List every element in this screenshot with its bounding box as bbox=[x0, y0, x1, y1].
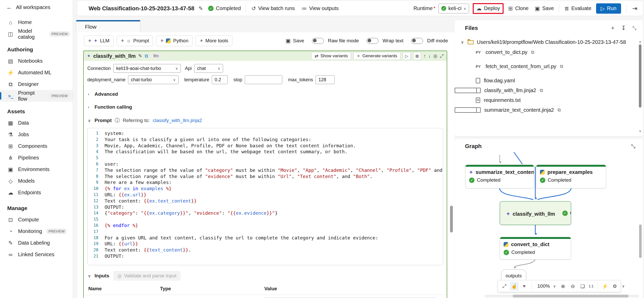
code-line[interactable]: 6user: bbox=[88, 161, 443, 167]
section-prompt[interactable]: ∨ Prompt ⓘ Referring to: classify_with_l… bbox=[84, 114, 447, 127]
section-function-calling[interactable]: › Function calling bbox=[84, 101, 447, 114]
sidebar-item[interactable]: ▣ Environments bbox=[0, 164, 73, 175]
graph-toolbar-icon[interactable] bbox=[531, 282, 532, 290]
graph-toolbar-icon[interactable]: 1:1 bbox=[588, 282, 594, 291]
sidebar-item[interactable]: ⊡ Compute bbox=[0, 214, 73, 225]
add-prompt-button[interactable]: + ☼ Prompt bbox=[117, 36, 153, 46]
code-line[interactable]: 9Here are a few examples: bbox=[88, 179, 443, 186]
temperature-input[interactable]: 0.2 bbox=[212, 75, 228, 84]
copy-node-icon[interactable]: ⧉ bbox=[145, 53, 148, 59]
code-line[interactable]: 4The classification will be based on the… bbox=[88, 149, 443, 155]
sidebar-item[interactable]: ✎ Data Labeling bbox=[0, 237, 73, 249]
graph-toolbar-icon[interactable]: ⚡ bbox=[601, 282, 609, 291]
file-row[interactable]: requirements.txt bbox=[455, 93, 643, 107]
files-scrollbar-thumb[interactable] bbox=[639, 44, 641, 108]
run-node-button[interactable]: ▷ bbox=[403, 52, 411, 60]
sidebar-item[interactable]: ☁ Endpoints bbox=[0, 187, 73, 198]
graph-toolbar-icon[interactable]: ⤢ bbox=[500, 282, 509, 291]
graph-toolbar-icon[interactable]: ⊕ bbox=[559, 282, 567, 291]
run-button[interactable]: ▷ Run bbox=[596, 3, 621, 14]
runtime-dropdown[interactable]: ✓ keli-ci ∨ bbox=[438, 4, 469, 13]
file-row[interactable]: classify_with_llm.jinja2 ⧉ bbox=[455, 88, 477, 93]
diff-mode-toggle[interactable] bbox=[411, 38, 423, 44]
evaluate-button[interactable]: ≣ Evaluate bbox=[564, 5, 591, 12]
graph-toolbar-icon[interactable]: ❏ bbox=[578, 282, 587, 291]
code-line[interactable]: 13OUTPUT: bbox=[88, 204, 443, 210]
sidebar-item[interactable]: ◫ Model catalog PREVIEW bbox=[0, 28, 73, 40]
graph-horizontal-scrollbar-thumb[interactable] bbox=[513, 295, 629, 297]
add-file-icon[interactable]: + bbox=[611, 25, 614, 31]
clone-button[interactable]: ⊞ Clone bbox=[508, 5, 529, 12]
graph-toolbar-icon[interactable]: 100% bbox=[535, 283, 550, 289]
prompt-file-link[interactable]: classify_with_llm.jinja2 bbox=[153, 118, 202, 123]
code-line[interactable]: 14{"category": "{{ex.category}}", "evide… bbox=[88, 210, 443, 216]
code-line[interactable]: 16{% endfor %} bbox=[88, 222, 443, 229]
code-line[interactable]: 5 bbox=[88, 155, 443, 161]
add-python-button[interactable]: + Python bbox=[156, 36, 192, 46]
sidebar-item[interactable]: Authoring bbox=[0, 40, 73, 55]
more-tools-button[interactable]: + More tools bbox=[196, 36, 232, 46]
code-line[interactable]: 3Movie, App, Academic, Channel, Profile,… bbox=[88, 143, 443, 149]
collapse-files-icon[interactable]: ⤡ bbox=[633, 26, 636, 31]
code-line[interactable]: 12Text content: {{ex.text_content}} bbox=[88, 198, 443, 204]
sidebar-item[interactable]: ∞ Linked Services bbox=[0, 249, 73, 260]
sidebar-item[interactable]: Assets bbox=[0, 102, 73, 117]
code-line[interactable]: 2Your task is to classify a given url in… bbox=[88, 136, 443, 143]
files-scrollbar[interactable]: ▲ ▼ bbox=[638, 40, 642, 133]
sidebar-item[interactable]: ◔ Monitoring PREVIEW bbox=[0, 225, 73, 237]
edit-title-icon[interactable]: ✎ bbox=[198, 5, 203, 12]
view-batch-runs-button[interactable]: ↺ View batch runs bbox=[251, 5, 295, 12]
edit-node-icon[interactable]: ✎ bbox=[138, 53, 142, 59]
graph-toolbar-icon[interactable] bbox=[597, 282, 598, 290]
sidebar-item[interactable]: ⌂ Home bbox=[0, 17, 73, 28]
file-row[interactable]: flow.dag.yaml bbox=[455, 74, 643, 88]
add-llm-button[interactable]: + ✦ LLM bbox=[84, 36, 114, 46]
sidebar-item[interactable]: ⚗ Jobs bbox=[0, 129, 73, 140]
collapse-panel-icon[interactable]: ⇥ bbox=[632, 5, 637, 12]
code-line[interactable]: 18For a given URL and text content, clas… bbox=[88, 235, 443, 241]
file-row[interactable]: PY fetch_text_content_from_url.py ⧉ bbox=[455, 59, 643, 74]
delete-node-button[interactable]: ⊠ bbox=[413, 52, 421, 60]
scroll-down-icon[interactable]: ▼ bbox=[638, 130, 642, 133]
graph-canvas[interactable]: ✦ summarize_text_content ✓ Completed pre… bbox=[455, 139, 643, 298]
deployment-name-select[interactable]: chat-turbo∨ bbox=[128, 75, 179, 84]
graph-node-convert-to-dict[interactable]: convert_to_dict ✓ Completed bbox=[500, 237, 571, 260]
code-line[interactable]: 10{% for ex in examples %} bbox=[88, 186, 443, 192]
show-variants-button[interactable]: ⇄ Show variants bbox=[311, 52, 351, 60]
file-row[interactable]: PY convert_to_dict.py ⧉ bbox=[455, 45, 643, 59]
sidebar-item[interactable]: ⧉ Designer bbox=[0, 78, 73, 90]
graph-toolbar-icon[interactable]: ∨ bbox=[552, 282, 558, 291]
sidebar-item[interactable]: ⚡ Automated ML bbox=[0, 67, 73, 78]
graph-node-summarize-text-content[interactable]: ✦ summarize_text_content ✓ Completed bbox=[465, 165, 534, 188]
all-workspaces-link[interactable]: ← All workspaces bbox=[0, 0, 73, 14]
code-line[interactable]: 15 bbox=[88, 216, 443, 222]
code-line[interactable]: 20Text content: {{text_content}}. bbox=[88, 247, 443, 253]
sidebar-item[interactable]: ▦ Data bbox=[0, 117, 73, 129]
generate-variants-button[interactable]: ✧ Generate variants bbox=[353, 52, 400, 60]
raw-file-mode-toggle[interactable] bbox=[312, 38, 324, 44]
code-line[interactable]: 7The selection range of the value of "ca… bbox=[88, 167, 443, 173]
expand-node-icon[interactable]: ⤢ bbox=[440, 53, 444, 59]
files-tree-root[interactable]: ∨ Users/keli19/promptflow/Web Classifica… bbox=[455, 36, 643, 45]
flow-save-button[interactable]: ▣ Save bbox=[286, 38, 304, 44]
graph-horizontal-scrollbar[interactable] bbox=[484, 295, 639, 297]
section-inputs[interactable]: ∨ Inputs bbox=[88, 273, 109, 279]
graph-vertical-scrollbar-thumb[interactable] bbox=[639, 224, 642, 258]
graph-node-classify-with-llm[interactable]: ✦ classify_with_llm ✓ Completed bbox=[500, 201, 571, 225]
graph-node-prepare-examples[interactable]: prepare_examples ✓ Completed bbox=[536, 165, 606, 188]
move-down-icon[interactable]: ↓ bbox=[428, 53, 431, 59]
graph-toolbar-icon[interactable]: ⊖ bbox=[569, 282, 577, 291]
sidebar-item[interactable]: ⋔ Pipelines bbox=[0, 152, 73, 164]
connection-select[interactable]: keli19-aoai-chat-turbo∨ bbox=[113, 64, 181, 73]
code-line[interactable]: 17 bbox=[88, 229, 443, 235]
locate-node-icon[interactable]: ◎ bbox=[433, 53, 437, 59]
wrap-text-toggle[interactable] bbox=[367, 38, 378, 44]
graph-toolbar-icon[interactable]: ☝ bbox=[510, 282, 519, 291]
sidebar-item[interactable]: ◇ Models bbox=[0, 175, 73, 187]
code-line[interactable]: 11URL: {{ex.url}} bbox=[88, 192, 443, 198]
code-line[interactable]: 8The selection range of the value of "ev… bbox=[88, 173, 443, 180]
section-advanced[interactable]: › Advanced bbox=[84, 88, 447, 101]
graph-toolbar-icon[interactable]: ∨ bbox=[620, 282, 626, 291]
sidebar-item[interactable]: >_ Prompt flow PREVIEW bbox=[0, 90, 73, 102]
deploy-button[interactable]: ☁ Deploy bbox=[476, 5, 500, 12]
